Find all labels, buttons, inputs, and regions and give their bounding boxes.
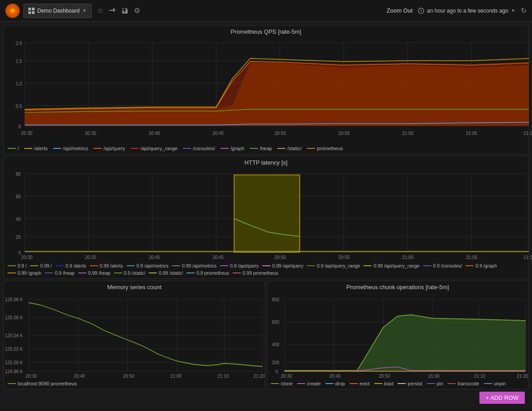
svg-text:124.98 K: 124.98 K [5,369,23,374]
legend-item: 0.9 prometheus [186,270,229,276]
legend-item: 0.99 / [30,263,52,268]
legend-item: / [8,146,19,151]
svg-text:21:10: 21:10 [474,374,485,379]
chunks-panel: Prometheus chunk operations [rate-5m] 80… [267,281,528,389]
latency-panel: HTTP latency [s] 80 60 40 20 0 [4,156,528,279]
dashboard-selector[interactable]: Demo Dashboard ▼ [23,4,92,18]
svg-text:80: 80 [16,172,21,177]
grafana-logo[interactable] [5,4,20,18]
legend-item: 0.99 /static/ [149,270,183,276]
latency-legend: 0.9 / 0.99 / 0.9 /alerts 0.99 /alerts 0.… [4,261,528,278]
legend-item: 0.99 prometheus [233,270,278,276]
svg-text:21:20: 21:20 [253,374,265,379]
svg-text:1.0: 1.0 [16,81,22,86]
legend-item: 0.9 /api/query [220,263,259,268]
memory-panel: Memory series count 125.08 K 125.06 K 12… [4,281,265,389]
legend-item: 0.9 /consoles/ [423,263,462,268]
svg-text:20:55: 20:55 [338,131,350,136]
bottom-charts-row: Memory series count 125.08 K 125.06 K 12… [4,281,528,389]
legend-item: /consoles/ [183,146,215,151]
svg-text:20:45: 20:45 [213,255,224,260]
legend-item: pin [427,381,443,386]
legend-item: localhost:9090 prometheus [8,381,77,386]
navbar-actions: ☆ ⚙ [97,6,140,15]
legend-item: 0.99 /api/query_range [364,263,419,268]
svg-text:20:40: 20:40 [149,255,160,260]
legend-item: create [297,381,321,386]
svg-text:40: 40 [16,217,21,222]
legend-item: /static/ [277,146,301,151]
svg-marker-107 [284,315,526,371]
legend-item: 0.9 /static/ [114,270,146,276]
grid-icon [28,8,35,14]
svg-text:0: 0 [275,369,278,374]
chevron-down-icon: ▼ [82,8,87,13]
svg-rect-3 [28,8,31,10]
main-content: Prometheus QPS [rate-5m] 2.0 1.5 1.0 0.5… [0,22,532,393]
add-row-button[interactable]: + ADD ROW [479,392,525,404]
chunks-chart: 800 600 400 200 0 [267,291,528,379]
svg-text:20:50: 20:50 [379,374,390,379]
svg-text:20:50: 20:50 [275,131,286,136]
memory-chart: 125.08 K 125.06 K 125.04 K 125.02 K 125.… [4,291,265,379]
memory-legend: localhost:9090 prometheus [4,379,265,389]
legend-item: /alerts [24,146,48,151]
svg-text:21:05: 21:05 [466,255,477,260]
svg-rect-5 [28,11,31,14]
legend-item: /heap [250,146,272,151]
time-range-picker[interactable]: an hour ago to a few seconds ago ▼ [418,8,515,14]
save-icon[interactable] [121,7,129,14]
settings-icon[interactable]: ⚙ [134,6,140,15]
legend-item: prometheus [307,146,343,151]
legend-item: unpin [484,381,506,386]
legend-item: 0.99 /api/metrics [172,263,217,268]
zoom-out-button[interactable]: Zoom Out [387,7,413,14]
svg-text:125.06 K: 125.06 K [5,315,23,320]
chunks-panel-title: Prometheus chunk operations [rate-5m] [267,281,528,291]
svg-text:60: 60 [16,194,21,199]
svg-text:21:10: 21:10 [523,255,532,260]
svg-rect-4 [32,8,35,10]
qps-legend: / /alerts /api/metrics /api/query /api/q… [4,144,528,154]
legend-item: drop [325,381,345,386]
navbar: Demo Dashboard ▼ ☆ ⚙ Zoom Out an hour ag… [0,0,532,22]
svg-text:21:00: 21:00 [170,374,182,379]
svg-text:20:30: 20:30 [21,131,32,136]
svg-text:21:00: 21:00 [428,374,439,379]
svg-text:0: 0 [18,124,21,129]
chunks-legend: clone create drop evict load persist pin… [267,379,528,389]
dashboard-title: Demo Dashboard [37,8,80,14]
legend-item: 0.99 /api/query [262,263,303,268]
legend-item: 0.9 /heap [45,270,75,276]
legend-item: /api/query [93,146,125,151]
svg-text:20: 20 [16,235,21,240]
qps-chart: 2.0 1.5 1.0 0.5 0 [4,36,528,144]
svg-text:800: 800 [272,297,279,302]
legend-item: /api/query_range [131,146,178,151]
svg-text:125.08 K: 125.08 K [5,297,23,302]
svg-text:20:55: 20:55 [338,255,350,260]
legend-item: 0.99 /graph [8,270,41,276]
svg-marker-28 [25,61,529,126]
svg-text:21:00: 21:00 [402,131,413,136]
svg-text:20:40: 20:40 [329,374,341,379]
legend-item: clone [271,381,293,386]
svg-text:21:05: 21:05 [466,131,477,136]
legend-item: 0.9 /graph [466,263,497,268]
svg-text:20:40: 20:40 [149,131,160,136]
svg-text:1.5: 1.5 [16,59,22,64]
svg-text:125.04 K: 125.04 K [5,333,23,338]
refresh-icon[interactable]: ↻ [521,6,527,15]
qps-panel: Prometheus QPS [rate-5m] 2.0 1.5 1.0 0.5… [4,25,528,154]
svg-text:20:45: 20:45 [213,131,224,136]
time-range-chevron: ▼ [511,8,515,13]
svg-text:21:00: 21:00 [402,255,413,260]
legend-item: 0.99 /alerts [90,263,123,268]
legend-item: /graph [221,146,244,151]
svg-text:20:30: 20:30 [281,374,292,379]
star-icon[interactable]: ☆ [97,6,103,15]
legend-item: 0.99 /heap [78,270,111,276]
navbar-right: Zoom Out an hour ago to a few seconds ag… [387,6,527,15]
share-icon[interactable] [109,7,116,14]
qps-panel-title: Prometheus QPS [rate-5m] [4,26,528,36]
